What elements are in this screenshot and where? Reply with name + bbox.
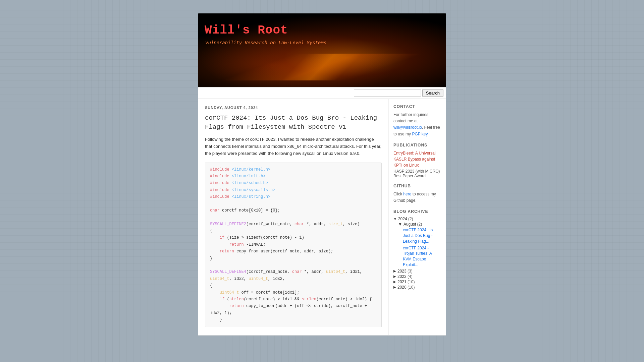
code-line: SYSCALL_DEFINE2 (210, 222, 246, 227)
search-input[interactable] (354, 89, 421, 97)
arrow-down-icon: ▼ (393, 217, 397, 221)
sidebar: CONTACT For further inquiries, contact m… (389, 99, 446, 335)
code-line: #include (210, 167, 229, 172)
post-date: SUNDAY, AUGUST 4, 2024 (205, 106, 382, 110)
arrow-right-icon-2022: ▶ (393, 275, 396, 278)
publications-section-title: PUBLICATIONS (393, 143, 441, 147)
content-wrapper: SUNDAY, AUGUST 4, 2024 corCTF 2024: Its … (198, 99, 446, 336)
code-line: #include (210, 174, 229, 179)
github-section-title: GITHUB (393, 184, 441, 188)
archive-year-2023[interactable]: ▶ 2023 (3) (393, 269, 441, 274)
header-lines-decoration (198, 54, 446, 80)
code-line: SYSCALL_DEFINE4 (210, 269, 246, 274)
post-title: corCTF 2024: Its Just a Dos Bug Bro - Le… (205, 114, 382, 131)
archive-month-august[interactable]: ▼ August (2) (398, 222, 441, 227)
archive-year-2021[interactable]: ▶ 2021 (10) (393, 280, 441, 284)
contact-email-link[interactable]: will@willsroot.io (393, 125, 422, 130)
publication-sub-1: HASP 2023 (with MICRO) Best Paper Award (393, 169, 441, 178)
main-content: SUNDAY, AUGUST 4, 2024 corCTF 2024: Its … (198, 99, 389, 335)
contact-text: For further inquiries, contact me at wil… (393, 112, 441, 137)
arrow-right-icon-2020: ▶ (393, 285, 396, 289)
arrow-down-icon-2: ▼ (398, 222, 402, 227)
publication-link-1[interactable]: EntryBleed: A Universal KASLR Bypass aga… (393, 150, 441, 168)
archive-year-2020[interactable]: ▶ 2020 (10) (393, 285, 441, 290)
site-subtitle: Vulnerability Research on Low-Level Syst… (205, 40, 326, 46)
arrow-right-icon-2023: ▶ (393, 269, 396, 273)
post-intro: Following the theme of corCTF 2023, I wa… (205, 136, 382, 157)
contact-section-title: CONTACT (393, 104, 441, 109)
navbar: Search (198, 87, 446, 99)
search-form: Search (354, 89, 446, 97)
site-header: Will's Root Vulnerability Research on Lo… (198, 13, 446, 87)
archive-year-2022[interactable]: ▶ 2022 (4) (393, 274, 441, 279)
code-line: #include (210, 181, 229, 185)
code-line: #include (210, 188, 229, 192)
pgp-key-link[interactable]: PGP key (412, 132, 427, 136)
archive-section-title: BLOG ARCHIVE (393, 209, 441, 214)
code-block: #include <linux/kernel.h> #include <linu… (205, 163, 382, 327)
archive-post-link-1[interactable]: corCTF 2024: Its Just a Dos Bug - Leakin… (403, 227, 441, 244)
github-text: Click here to access my Github page. (393, 191, 441, 204)
code-line: char (210, 208, 220, 213)
code-line: #include (210, 194, 229, 199)
search-button[interactable]: Search (422, 89, 443, 97)
arrow-right-icon-2021: ▶ (393, 280, 396, 284)
archive-year-2024[interactable]: ▼ 2024 (2) (393, 217, 441, 221)
site-title: Will's Root (205, 23, 288, 37)
github-link[interactable]: here (403, 192, 411, 196)
archive-post-link-2[interactable]: corCTF 2024 - Trojan Turtles: A KVM Esca… (403, 245, 441, 268)
